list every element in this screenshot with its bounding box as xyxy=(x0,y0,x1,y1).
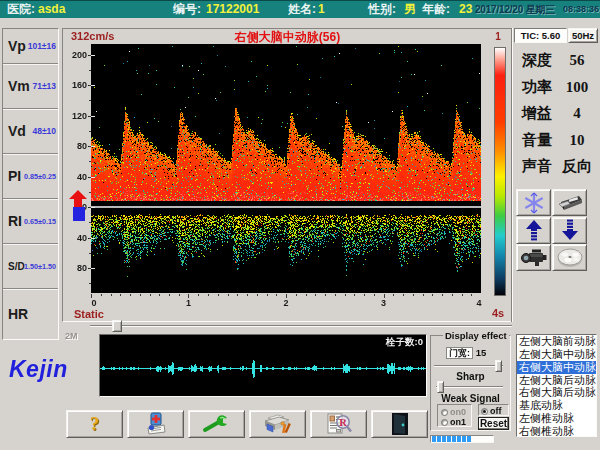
param-value: 56 xyxy=(556,52,598,69)
param-label: 功率 xyxy=(522,79,552,96)
spectrum-title: 右侧大脑中动脉(56) xyxy=(63,29,512,46)
measurement-value: 0.85±0.25 xyxy=(24,172,56,181)
radio-off-label: off xyxy=(490,406,502,416)
radio-on1-label: on1 xyxy=(450,417,466,427)
artery-item-4[interactable]: 左侧大脑后动脉 xyxy=(517,374,596,387)
measurement-label: Vd xyxy=(8,123,26,139)
baseline-arrow-icon[interactable] xyxy=(69,190,87,207)
measurement-row-ri: RI0.65±0.15 xyxy=(3,199,58,244)
freeze-button[interactable] xyxy=(516,189,551,216)
patient-field-label: 姓名: xyxy=(288,1,316,18)
cine-button[interactable] xyxy=(552,244,587,271)
measurement-value: 1.50±1.50 xyxy=(24,262,56,271)
save-patient-button[interactable] xyxy=(127,410,184,438)
spectrum-scroll-track[interactable] xyxy=(90,325,512,327)
sharp-slider-track[interactable] xyxy=(436,386,503,388)
colorbar xyxy=(494,47,506,296)
svg-text:R: R xyxy=(339,417,347,428)
progress-cell xyxy=(437,436,441,442)
measurement-value: 71±13 xyxy=(32,81,56,91)
time-label: 08:38:36 xyxy=(563,1,599,18)
patient-field-label: 编号: xyxy=(173,1,201,18)
param-label: 音量 xyxy=(522,132,552,149)
sharp-slider-thumb[interactable] xyxy=(437,381,444,393)
artery-item-8[interactable]: 右侧椎动脉 xyxy=(517,425,596,437)
gate-width-label: 门宽: xyxy=(446,347,473,359)
spectrum-scroll-thumb[interactable] xyxy=(112,320,122,332)
measurement-sidebar: Vp101±16Vm71±13Vd48±10PI0.85±0.25RI0.65±… xyxy=(2,28,59,340)
patient-info-bar: 2017/12/20 星期三 08:38:36 医院:asda编号:171220… xyxy=(0,0,600,18)
patient-field-value: asda xyxy=(38,1,65,18)
radio-off[interactable]: off xyxy=(481,406,502,416)
help-button[interactable]: ? xyxy=(66,410,123,438)
radio-on1-dot[interactable] xyxy=(441,419,448,426)
scale-up-button[interactable] xyxy=(516,217,551,244)
measurement-row-sd: S/D1.50±1.50 xyxy=(3,244,58,289)
measurement-value: 101±16 xyxy=(28,41,56,51)
brand-logo: Kejin xyxy=(9,356,68,383)
slide-button[interactable] xyxy=(552,189,587,216)
artery-item-3[interactable]: 右侧大脑中动脉 xyxy=(517,361,596,374)
measurement-label: Vp xyxy=(8,38,26,54)
tcd-app-window: { "topbar": { "fields": [ {"label":"医院:"… xyxy=(0,0,600,450)
measurement-label: RI xyxy=(8,213,22,229)
measurement-value: 0.65±0.15 xyxy=(24,217,56,226)
param-row-3: 增益4 xyxy=(516,105,598,122)
param-label: 深度 xyxy=(522,52,552,69)
param-value: 4 xyxy=(556,105,598,122)
patient-field-label: 医院: xyxy=(7,1,35,18)
print-button[interactable] xyxy=(249,410,306,438)
radio-off-dot[interactable] xyxy=(481,408,488,415)
progress-cell xyxy=(467,436,471,442)
measurement-row-pi: PI0.85±0.25 xyxy=(3,154,58,199)
artery-item-7[interactable]: 左侧椎动脉 xyxy=(517,412,596,425)
weak-signal-on-options: on0 on1 xyxy=(437,404,472,427)
patient-field-value: 男 xyxy=(404,1,416,18)
patient-field-value: 17122001 xyxy=(206,1,259,18)
param-value: 反向 xyxy=(556,158,598,175)
colorbar-top-label: 1 xyxy=(492,31,504,42)
measurement-row-vm: Vm71±13 xyxy=(3,64,58,109)
embolus-count-label: 栓子数:0 xyxy=(99,336,423,349)
reset-button[interactable]: Reset xyxy=(478,417,509,430)
radio-on0-dot[interactable] xyxy=(441,409,448,416)
patient-field-value: 23 xyxy=(459,1,472,18)
artery-item-5[interactable]: 右侧大脑后动脉 xyxy=(517,386,596,399)
progress-cell xyxy=(462,436,466,442)
display-effect-title: Display effect xyxy=(443,330,509,341)
sweep-time-label: 4s xyxy=(492,307,508,319)
scale-down-button[interactable] xyxy=(552,217,587,244)
radio-on0[interactable]: on0 xyxy=(441,407,466,417)
radio-on1[interactable]: on1 xyxy=(441,417,466,427)
param-row-1: 深度56 xyxy=(516,52,598,69)
setup-button[interactable] xyxy=(188,410,245,438)
artery-item-6[interactable]: 基底动脉 xyxy=(517,399,596,412)
artery-item-2[interactable]: 左侧大脑中动脉 xyxy=(517,348,596,361)
param-label: 增益 xyxy=(522,105,552,122)
param-row-5: 声音反向 xyxy=(516,158,598,175)
tic-display: TIC: 5.60 xyxy=(514,28,567,43)
progress-cell xyxy=(457,436,461,442)
baseline-marker[interactable] xyxy=(73,207,85,221)
gate-slider-track[interactable] xyxy=(434,365,503,367)
report-button[interactable]: R xyxy=(310,410,367,438)
static-mode-label: Static xyxy=(74,308,104,320)
doppler-spectrogram-canvas xyxy=(63,29,511,321)
patient-field-value: 1 xyxy=(318,1,325,18)
progress-cell xyxy=(442,436,446,442)
frequency-button[interactable]: 50Hz xyxy=(568,28,598,43)
probe-label: 2M xyxy=(65,331,78,341)
radio-on0-label: on0 xyxy=(450,407,466,417)
measurement-row-vp: Vp101±16 xyxy=(3,29,58,64)
artery-item-1[interactable]: 左侧大脑前动脉 xyxy=(517,335,596,348)
param-label: 声音 xyxy=(522,158,552,175)
measurement-label: HR xyxy=(8,306,28,322)
record-button[interactable] xyxy=(516,244,551,271)
progress-cell xyxy=(452,436,456,442)
exit-button[interactable] xyxy=(371,410,428,438)
measurement-label: PI xyxy=(8,168,21,184)
param-value: 100 xyxy=(556,79,598,96)
gate-width-value: 15 xyxy=(473,347,489,359)
param-row-4: 音量10 xyxy=(516,132,598,149)
artery-list[interactable]: 左侧大脑前动脉左侧大脑中动脉右侧大脑中动脉左侧大脑后动脉右侧大脑后动脉基底动脉左… xyxy=(516,334,597,437)
